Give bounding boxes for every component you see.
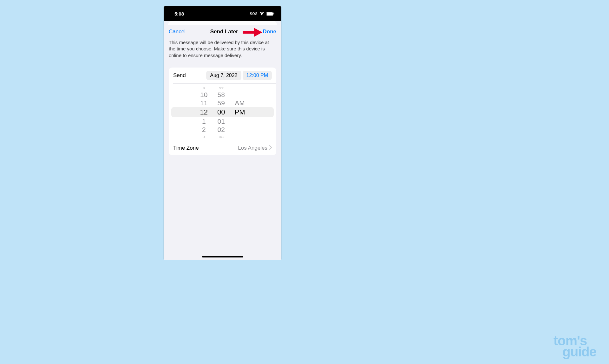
send-later-sheet: Cancel Send Later Done This message will… — [164, 25, 281, 260]
status-time: 5:08 — [174, 11, 184, 16]
schedule-card: Send Aug 7, 2022 12:00 PM 9 10 11 12 1 2 — [169, 68, 276, 155]
sheet-nav: Cancel Send Later Done — [164, 25, 281, 37]
status-bar: 5:08 SOS — [164, 6, 281, 21]
watermark: tom's guide — [553, 335, 596, 358]
send-row: Send Aug 7, 2022 12:00 PM — [169, 68, 276, 83]
done-button[interactable]: Done — [263, 29, 277, 35]
sheet-description: This message will be delivered by this d… — [164, 37, 281, 63]
ampm-wheel[interactable]: . . AM PM . . . — [234, 85, 245, 140]
sheet-title: Send Later — [210, 29, 238, 35]
timezone-row[interactable]: Time Zone Los Angeles — [169, 141, 276, 155]
send-label: Send — [173, 72, 186, 79]
date-pill[interactable]: Aug 7, 2022 — [206, 71, 241, 80]
svg-rect-2 — [274, 13, 274, 14]
cancel-button[interactable]: Cancel — [169, 29, 186, 35]
time-picker[interactable]: 9 10 11 12 1 2 3 57 58 59 00 01 02 — [169, 84, 276, 141]
chevron-right-icon — [268, 145, 273, 151]
wifi-icon — [259, 11, 265, 16]
minute-wheel[interactable]: 57 58 59 00 01 02 03 — [217, 85, 225, 140]
status-sos: SOS — [250, 12, 258, 16]
status-right: SOS — [250, 11, 274, 16]
battery-icon — [266, 11, 274, 16]
timezone-value: Los Angeles — [238, 145, 267, 151]
timezone-label: Time Zone — [173, 145, 199, 151]
svg-rect-1 — [267, 12, 273, 15]
home-indicator — [202, 256, 243, 257]
phone-frame: 5:08 SOS Cancel Send Later Done This mes… — [164, 6, 281, 260]
hour-wheel[interactable]: 9 10 11 12 1 2 3 — [200, 85, 208, 140]
time-pill[interactable]: 12:00 PM — [243, 71, 272, 80]
